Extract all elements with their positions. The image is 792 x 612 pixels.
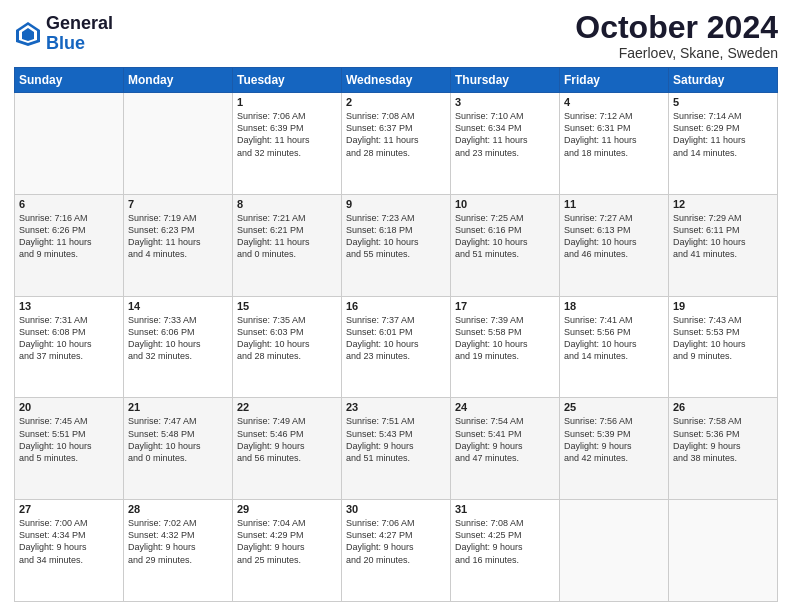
day-number: 12 xyxy=(673,198,773,210)
day-info: Sunrise: 7:02 AM Sunset: 4:32 PM Dayligh… xyxy=(128,517,228,566)
calendar-cell: 27Sunrise: 7:00 AM Sunset: 4:34 PM Dayli… xyxy=(15,500,124,602)
day-info: Sunrise: 7:16 AM Sunset: 6:26 PM Dayligh… xyxy=(19,212,119,261)
calendar-table: SundayMondayTuesdayWednesdayThursdayFrid… xyxy=(14,67,778,602)
day-info: Sunrise: 7:19 AM Sunset: 6:23 PM Dayligh… xyxy=(128,212,228,261)
day-number: 6 xyxy=(19,198,119,210)
calendar-cell: 14Sunrise: 7:33 AM Sunset: 6:06 PM Dayli… xyxy=(124,296,233,398)
calendar-cell: 7Sunrise: 7:19 AM Sunset: 6:23 PM Daylig… xyxy=(124,194,233,296)
calendar-cell: 6Sunrise: 7:16 AM Sunset: 6:26 PM Daylig… xyxy=(15,194,124,296)
day-number: 27 xyxy=(19,503,119,515)
day-number: 23 xyxy=(346,401,446,413)
calendar-cell: 3Sunrise: 7:10 AM Sunset: 6:34 PM Daylig… xyxy=(451,93,560,195)
day-number: 13 xyxy=(19,300,119,312)
logo-blue: Blue xyxy=(46,33,85,53)
calendar-cell: 11Sunrise: 7:27 AM Sunset: 6:13 PM Dayli… xyxy=(560,194,669,296)
weekday-saturday: Saturday xyxy=(669,68,778,93)
week-row-4: 20Sunrise: 7:45 AM Sunset: 5:51 PM Dayli… xyxy=(15,398,778,500)
weekday-wednesday: Wednesday xyxy=(342,68,451,93)
calendar-cell: 31Sunrise: 7:08 AM Sunset: 4:25 PM Dayli… xyxy=(451,500,560,602)
day-number: 30 xyxy=(346,503,446,515)
calendar-cell xyxy=(560,500,669,602)
week-row-2: 6Sunrise: 7:16 AM Sunset: 6:26 PM Daylig… xyxy=(15,194,778,296)
calendar-cell: 12Sunrise: 7:29 AM Sunset: 6:11 PM Dayli… xyxy=(669,194,778,296)
day-number: 20 xyxy=(19,401,119,413)
day-info: Sunrise: 7:29 AM Sunset: 6:11 PM Dayligh… xyxy=(673,212,773,261)
day-number: 11 xyxy=(564,198,664,210)
calendar-cell: 19Sunrise: 7:43 AM Sunset: 5:53 PM Dayli… xyxy=(669,296,778,398)
day-info: Sunrise: 7:12 AM Sunset: 6:31 PM Dayligh… xyxy=(564,110,664,159)
calendar-cell: 28Sunrise: 7:02 AM Sunset: 4:32 PM Dayli… xyxy=(124,500,233,602)
weekday-thursday: Thursday xyxy=(451,68,560,93)
day-number: 31 xyxy=(455,503,555,515)
page: General Blue October 2024 Faerloev, Skan… xyxy=(0,0,792,612)
day-number: 16 xyxy=(346,300,446,312)
calendar-cell: 15Sunrise: 7:35 AM Sunset: 6:03 PM Dayli… xyxy=(233,296,342,398)
day-info: Sunrise: 7:54 AM Sunset: 5:41 PM Dayligh… xyxy=(455,415,555,464)
day-info: Sunrise: 7:31 AM Sunset: 6:08 PM Dayligh… xyxy=(19,314,119,363)
calendar-cell: 20Sunrise: 7:45 AM Sunset: 5:51 PM Dayli… xyxy=(15,398,124,500)
day-info: Sunrise: 7:04 AM Sunset: 4:29 PM Dayligh… xyxy=(237,517,337,566)
day-info: Sunrise: 7:58 AM Sunset: 5:36 PM Dayligh… xyxy=(673,415,773,464)
logo-general: General xyxy=(46,13,113,33)
day-number: 17 xyxy=(455,300,555,312)
day-info: Sunrise: 7:47 AM Sunset: 5:48 PM Dayligh… xyxy=(128,415,228,464)
day-number: 4 xyxy=(564,96,664,108)
day-info: Sunrise: 7:00 AM Sunset: 4:34 PM Dayligh… xyxy=(19,517,119,566)
day-number: 3 xyxy=(455,96,555,108)
day-number: 28 xyxy=(128,503,228,515)
weekday-header-row: SundayMondayTuesdayWednesdayThursdayFrid… xyxy=(15,68,778,93)
calendar-cell: 23Sunrise: 7:51 AM Sunset: 5:43 PM Dayli… xyxy=(342,398,451,500)
calendar-cell: 10Sunrise: 7:25 AM Sunset: 6:16 PM Dayli… xyxy=(451,194,560,296)
day-number: 29 xyxy=(237,503,337,515)
calendar-cell: 24Sunrise: 7:54 AM Sunset: 5:41 PM Dayli… xyxy=(451,398,560,500)
calendar-cell: 8Sunrise: 7:21 AM Sunset: 6:21 PM Daylig… xyxy=(233,194,342,296)
day-info: Sunrise: 7:51 AM Sunset: 5:43 PM Dayligh… xyxy=(346,415,446,464)
calendar-cell xyxy=(15,93,124,195)
day-info: Sunrise: 7:14 AM Sunset: 6:29 PM Dayligh… xyxy=(673,110,773,159)
weekday-tuesday: Tuesday xyxy=(233,68,342,93)
calendar-cell: 26Sunrise: 7:58 AM Sunset: 5:36 PM Dayli… xyxy=(669,398,778,500)
day-number: 18 xyxy=(564,300,664,312)
day-info: Sunrise: 7:37 AM Sunset: 6:01 PM Dayligh… xyxy=(346,314,446,363)
logo: General Blue xyxy=(14,14,113,54)
day-number: 5 xyxy=(673,96,773,108)
day-info: Sunrise: 7:21 AM Sunset: 6:21 PM Dayligh… xyxy=(237,212,337,261)
day-number: 15 xyxy=(237,300,337,312)
day-info: Sunrise: 7:10 AM Sunset: 6:34 PM Dayligh… xyxy=(455,110,555,159)
day-number: 14 xyxy=(128,300,228,312)
week-row-3: 13Sunrise: 7:31 AM Sunset: 6:08 PM Dayli… xyxy=(15,296,778,398)
location-subtitle: Faerloev, Skane, Sweden xyxy=(575,45,778,61)
day-info: Sunrise: 7:27 AM Sunset: 6:13 PM Dayligh… xyxy=(564,212,664,261)
day-number: 1 xyxy=(237,96,337,108)
calendar-cell: 29Sunrise: 7:04 AM Sunset: 4:29 PM Dayli… xyxy=(233,500,342,602)
calendar-cell: 30Sunrise: 7:06 AM Sunset: 4:27 PM Dayli… xyxy=(342,500,451,602)
day-info: Sunrise: 7:08 AM Sunset: 6:37 PM Dayligh… xyxy=(346,110,446,159)
calendar-cell: 22Sunrise: 7:49 AM Sunset: 5:46 PM Dayli… xyxy=(233,398,342,500)
calendar-cell: 9Sunrise: 7:23 AM Sunset: 6:18 PM Daylig… xyxy=(342,194,451,296)
title-block: October 2024 Faerloev, Skane, Sweden xyxy=(575,10,778,61)
month-title: October 2024 xyxy=(575,10,778,45)
day-number: 24 xyxy=(455,401,555,413)
day-info: Sunrise: 7:06 AM Sunset: 4:27 PM Dayligh… xyxy=(346,517,446,566)
day-number: 21 xyxy=(128,401,228,413)
day-number: 8 xyxy=(237,198,337,210)
calendar-cell: 21Sunrise: 7:47 AM Sunset: 5:48 PM Dayli… xyxy=(124,398,233,500)
calendar-cell: 1Sunrise: 7:06 AM Sunset: 6:39 PM Daylig… xyxy=(233,93,342,195)
logo-icon xyxy=(14,20,42,48)
weekday-friday: Friday xyxy=(560,68,669,93)
calendar-cell: 17Sunrise: 7:39 AM Sunset: 5:58 PM Dayli… xyxy=(451,296,560,398)
day-info: Sunrise: 7:39 AM Sunset: 5:58 PM Dayligh… xyxy=(455,314,555,363)
calendar-cell: 25Sunrise: 7:56 AM Sunset: 5:39 PM Dayli… xyxy=(560,398,669,500)
day-info: Sunrise: 7:43 AM Sunset: 5:53 PM Dayligh… xyxy=(673,314,773,363)
weekday-monday: Monday xyxy=(124,68,233,93)
calendar-cell: 13Sunrise: 7:31 AM Sunset: 6:08 PM Dayli… xyxy=(15,296,124,398)
day-number: 22 xyxy=(237,401,337,413)
day-info: Sunrise: 7:35 AM Sunset: 6:03 PM Dayligh… xyxy=(237,314,337,363)
calendar-cell: 5Sunrise: 7:14 AM Sunset: 6:29 PM Daylig… xyxy=(669,93,778,195)
day-info: Sunrise: 7:06 AM Sunset: 6:39 PM Dayligh… xyxy=(237,110,337,159)
day-info: Sunrise: 7:33 AM Sunset: 6:06 PM Dayligh… xyxy=(128,314,228,363)
weekday-sunday: Sunday xyxy=(15,68,124,93)
day-number: 26 xyxy=(673,401,773,413)
day-info: Sunrise: 7:41 AM Sunset: 5:56 PM Dayligh… xyxy=(564,314,664,363)
week-row-1: 1Sunrise: 7:06 AM Sunset: 6:39 PM Daylig… xyxy=(15,93,778,195)
